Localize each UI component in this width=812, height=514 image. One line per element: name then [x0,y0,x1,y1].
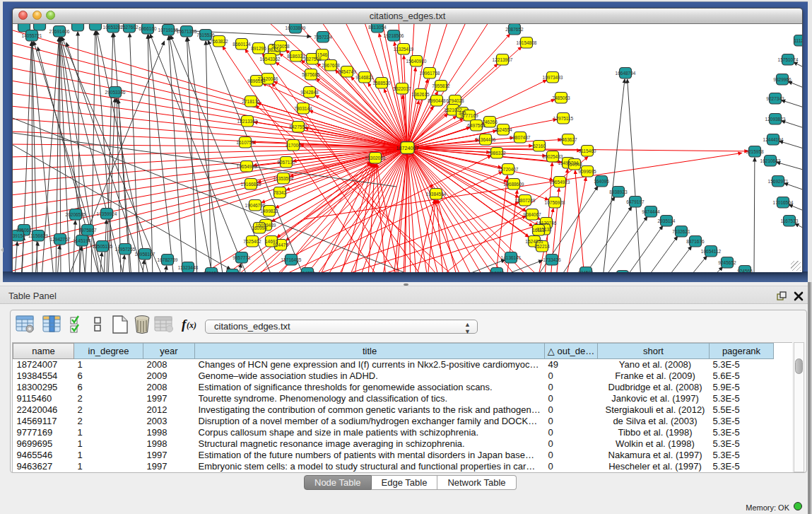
svg-text:19654923: 19654923 [550,180,570,185]
svg-text:15751074: 15751074 [778,57,799,62]
svg-text:1733426: 1733426 [543,257,561,262]
svg-text:154308: 154308 [300,271,315,273]
svg-text:18724007: 18724007 [396,145,419,151]
svg-text:12093823: 12093823 [765,117,786,122]
svg-text:3215958: 3215958 [746,149,764,154]
svg-text:10719155: 10719155 [158,28,179,33]
svg-text:15692971: 15692971 [768,179,789,184]
svg-text:27691406: 27691406 [49,29,70,34]
svg-text:10671355: 10671355 [177,29,197,34]
svg-text:10961758: 10961758 [420,71,440,76]
svg-text:5226058: 5226058 [271,44,290,49]
svg-text:935061: 935061 [16,228,32,233]
svg-text:924565: 924565 [737,269,753,273]
svg-text:7955812: 7955812 [432,83,450,88]
svg-text:19218506: 19218506 [384,33,404,38]
svg-text:6479197: 6479197 [626,199,645,204]
svg-text:939154: 939154 [13,233,25,238]
svg-text:9463627: 9463627 [559,137,577,142]
svg-text:(x): (x) [187,320,196,330]
svg-text:62160: 62160 [533,144,546,148]
svg-text:29053346: 29053346 [105,90,126,95]
svg-text:19654983: 19654983 [237,164,257,169]
svg-text:6497568: 6497568 [467,123,486,128]
svg-text:9474444: 9474444 [642,209,660,214]
svg-text:5875685: 5875685 [302,72,320,77]
svg-text:912450: 912450 [225,272,240,273]
svg-text:14136141: 14136141 [501,255,522,260]
svg-text:11156829: 11156829 [28,233,48,238]
svg-text:9777169: 9777169 [460,113,478,118]
svg-text:252214: 252214 [534,244,550,249]
svg-text:7357224: 7357224 [314,35,332,40]
svg-text:7625402: 7625402 [243,239,261,244]
svg-text:16543362: 16543362 [260,57,281,62]
svg-text:9115460: 9115460 [579,148,596,153]
svg-text:2935114: 2935114 [658,218,676,223]
svg-text:9146821: 9146821 [355,75,374,80]
svg-text:9975867: 9975867 [78,228,97,233]
svg-text:11121: 11121 [794,38,802,43]
svg-text:10756928: 10756928 [545,200,565,205]
svg-text:8990448: 8990448 [428,98,446,103]
svg-text:1527602: 1527602 [120,25,139,30]
svg-text:16120746: 16120746 [536,221,557,226]
svg-text:17016504: 17016504 [773,200,794,205]
svg-text:17359924: 17359924 [97,211,117,216]
svg-text:3624554: 3624554 [494,127,512,132]
svg-text:78342: 78342 [273,190,286,195]
svg-text:891295: 891295 [251,46,266,51]
svg-text:154944: 154944 [567,162,582,167]
svg-text:12975115: 12975115 [553,116,574,121]
svg-text:6966160: 6966160 [139,26,157,31]
svg-text:2718176: 2718176 [242,99,260,104]
svg-text:1610755: 1610755 [236,140,254,145]
svg-text:15640910: 15640910 [406,59,427,64]
svg-text:19384554: 19384554 [426,192,447,197]
svg-text:9227343: 9227343 [766,96,784,101]
svg-text:8186323: 8186323 [287,54,305,59]
svg-text:10973493: 10973493 [543,75,563,80]
svg-text:8471676: 8471676 [686,239,705,244]
svg-text:924501: 924501 [578,270,594,273]
svg-text:9099695: 9099695 [578,169,596,174]
svg-text:9857771: 9857771 [233,255,251,260]
svg-text:9242848: 9242848 [300,90,319,95]
svg-text:2967608: 2967608 [322,63,340,68]
svg-text:16210643: 16210643 [760,158,781,163]
svg-text:9245652: 9245652 [718,260,736,265]
svg-text:6794028: 6794028 [446,98,464,103]
svg-text:19046796: 19046796 [245,203,266,208]
svg-text:15716485: 15716485 [281,257,302,262]
svg-text:14055721: 14055721 [22,33,42,38]
svg-text:16033809: 16033809 [286,25,306,30]
svg-text:7515526: 7515526 [196,33,215,37]
svg-text:1362615: 1362615 [411,92,430,97]
svg-text:8813054: 8813054 [368,25,387,30]
svg-text:417006: 417006 [286,143,301,148]
svg-text:15720407: 15720407 [498,167,519,172]
svg-text:164095: 164095 [594,179,609,184]
svg-text:8454749: 8454749 [338,69,356,74]
svg-text:14691: 14691 [265,239,278,244]
svg-text:12444194: 12444194 [763,137,784,142]
svg-text:10654112: 10654112 [701,249,722,254]
svg-text:11325419: 11325419 [394,47,414,52]
svg-text:7986322: 7986322 [488,151,506,156]
svg-text:1524851: 1524851 [525,239,543,244]
svg-text:19166825: 19166825 [241,182,261,187]
svg-text:9896184: 9896184 [247,78,266,83]
svg-text:10025433: 10025433 [543,154,563,159]
svg-text:10958107: 10958107 [135,252,155,257]
svg-text:712935: 712935 [489,271,505,273]
svg-text:16113: 16113 [532,228,545,233]
svg-text:8427552: 8427552 [289,124,307,129]
svg-text:9084067: 9084067 [523,212,541,217]
svg-text:1546: 1546 [317,52,328,57]
svg-text:2087652: 2087652 [505,27,524,32]
svg-text:16648794: 16648794 [616,71,636,76]
svg-text:10688609: 10688609 [504,182,524,187]
svg-text:9329966: 9329966 [773,77,792,82]
svg-text:7803144: 7803144 [294,106,312,111]
svg-text:7632621: 7632621 [672,229,690,234]
